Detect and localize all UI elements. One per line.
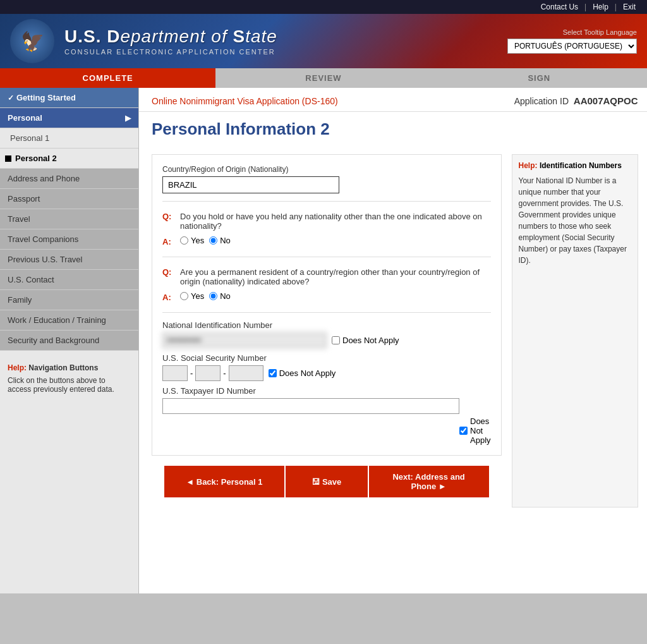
sidebar-item-label: Address and Phone: [8, 174, 80, 183]
sidebar-item-getting-started[interactable]: ✓ Getting Started: [0, 88, 138, 108]
header-title-block: U.S. Department of State Consular Electr…: [64, 27, 497, 56]
application-id: Application ID AA007AQPOC: [514, 95, 638, 106]
q1-yes-radio[interactable]: [180, 236, 188, 245]
sidebar-item-travel-companions[interactable]: Travel Companions: [0, 229, 138, 250]
ssn-row: - - Does Not Apply: [162, 365, 491, 381]
q2-yes-radio[interactable]: [180, 292, 188, 300]
q2-text: Are you a permanent resident of a countr…: [180, 267, 491, 286]
national-id-dna-text: Does Not Apply: [342, 336, 399, 345]
national-id-input[interactable]: [162, 332, 327, 348]
sidebar-item-family[interactable]: Family: [0, 290, 138, 310]
taxpayer-dna-label[interactable]: Does Not Apply: [459, 416, 491, 445]
sidebar-item-label: Personal 2: [15, 154, 57, 163]
tooltip-language-select[interactable]: PORTUGUÊS (PORTUGUESE) ENGLISH ESPAÑOL (…: [507, 39, 637, 54]
exit-link[interactable]: Exit: [617, 3, 642, 11]
sidebar-item-us-contact[interactable]: U.S. Contact: [0, 270, 138, 290]
sidebar-item-security-background[interactable]: Security and Background: [0, 331, 138, 351]
sidebar-item-travel[interactable]: Travel: [0, 209, 138, 229]
agency-name: U.S. Department of State: [64, 27, 497, 47]
country-select[interactable]: BRAZIL UNITED STATES OTHER: [162, 176, 339, 193]
taxpayer-dna-checkbox[interactable]: [459, 427, 468, 435]
q1-no-option[interactable]: No: [209, 236, 231, 245]
q1-row: Q: Do you hold or have you held any nati…: [162, 212, 491, 231]
help-section-title: Identification Numbers: [540, 161, 622, 170]
national-id-section: National Identification Number Does Not …: [162, 320, 491, 445]
a1-label: A:: [162, 237, 176, 246]
sidebar-item-label: Travel: [8, 214, 30, 224]
page-title: Personal Information 2: [139, 112, 647, 144]
contact-us-link[interactable]: Contact Us: [535, 3, 584, 11]
form-title: Online Nonimmigrant Visa Application (DS…: [152, 96, 338, 106]
q1-text: Do you hold or have you held any nationa…: [180, 212, 491, 231]
taxpayer-row: [162, 398, 491, 414]
q1-yes-label: Yes: [191, 236, 204, 245]
sidebar-item-label: Personal: [8, 113, 42, 123]
a2-row-wrapper: A: Yes No: [162, 291, 491, 302]
help-panel: Help: Identification Numbers Your Nation…: [512, 154, 638, 507]
checkmark-icon: ✓: [8, 94, 14, 102]
ssn-part1[interactable]: [162, 365, 188, 381]
ssn-part2[interactable]: [195, 365, 221, 381]
main-layout: ✓ Getting Started Personal ▶ Personal 1 …: [0, 88, 647, 593]
taxpayer-dna-text: Does Not Apply: [470, 416, 491, 445]
national-id-label: National Identification Number: [162, 320, 491, 330]
top-bar: Contact Us | Help | Exit: [0, 0, 647, 14]
bottom-navigation: ◄ Back: Personal 1 🖫 Save Next: Address …: [164, 466, 489, 497]
tooltip-language-block: Select Tooltip Language PORTUGUÊS (PORTU…: [507, 28, 637, 54]
sidebar-item-passport[interactable]: Passport: [0, 189, 138, 209]
sidebar-help-label: Navigation Buttons: [28, 363, 98, 372]
app-id-value: AA007AQPOC: [574, 95, 638, 106]
arrow-icon: ▶: [125, 114, 131, 123]
agency-subtitle: Consular Electronic Application Center: [64, 48, 497, 56]
national-id-dna-checkbox[interactable]: [332, 336, 340, 344]
form-section: Country/Region of Origin (Nationality) B…: [152, 154, 502, 456]
content-header: Online Nonimmigrant Visa Application (DS…: [139, 88, 647, 112]
q2-yes-option[interactable]: Yes: [180, 291, 204, 301]
national-id-row: Does Not Apply: [162, 332, 491, 348]
tab-sign[interactable]: SIGN: [432, 68, 647, 88]
qa-block-2: Q: Are you a permanent resident of a cou…: [162, 267, 491, 302]
sidebar-item-previous-us-travel[interactable]: Previous U.S. Travel: [0, 250, 138, 270]
q2-row: Q: Are you a permanent resident of a cou…: [162, 267, 491, 286]
sidebar-item-label: Passport: [8, 194, 40, 204]
next-button[interactable]: Next: Address and Phone ►: [369, 466, 489, 497]
save-button[interactable]: 🖫 Save: [286, 466, 368, 497]
sidebar-help-block: Help: Navigation Buttons Click on the bu…: [0, 356, 138, 401]
back-button[interactable]: ◄ Back: Personal 1: [164, 466, 284, 497]
sidebar-help-title: Help:: [8, 363, 27, 372]
ssn-sep2: -: [223, 368, 226, 378]
ssn-dna-text: Does Not Apply: [279, 368, 336, 378]
form-area: Country/Region of Origin (Nationality) B…: [139, 144, 647, 518]
sidebar-item-label: Travel Companions: [8, 234, 78, 244]
help-link[interactable]: Help: [586, 3, 615, 11]
sidebar-item-personal1[interactable]: Personal 1: [0, 128, 138, 149]
a2-label: A:: [162, 293, 176, 302]
content-area: Online Nonimmigrant Visa Application (DS…: [139, 88, 647, 593]
sidebar-item-label: Previous U.S. Travel: [8, 255, 83, 264]
tooltip-language-label: Select Tooltip Language: [563, 28, 637, 36]
q2-no-option[interactable]: No: [209, 291, 231, 301]
sidebar-item-personal[interactable]: Personal ▶: [0, 108, 138, 128]
sidebar-item-work-education[interactable]: Work / Education / Training: [0, 310, 138, 331]
q2-label: Q:: [162, 267, 176, 277]
tab-review[interactable]: REVIEW: [215, 68, 431, 88]
a2-options: Yes No: [180, 291, 231, 301]
q1-no-radio[interactable]: [209, 236, 217, 245]
q1-no-label: No: [220, 236, 231, 245]
ssn-dna-checkbox[interactable]: [269, 369, 277, 377]
national-id-dna-label[interactable]: Does Not Apply: [332, 336, 399, 345]
country-field: Country/Region of Origin (Nationality) B…: [162, 165, 491, 193]
help-panel-title: Help:: [519, 161, 538, 170]
taxpayer-label: U.S. Taxpayer ID Number: [162, 386, 491, 396]
tab-complete[interactable]: COMPLETE: [0, 68, 215, 88]
ssn-fields: - -: [162, 365, 263, 381]
sidebar-item-address-phone[interactable]: Address and Phone: [0, 169, 138, 189]
sidebar-item-personal2[interactable]: Personal 2: [0, 149, 138, 169]
q2-no-radio[interactable]: [209, 292, 217, 300]
sidebar-item-label: Work / Education / Training: [8, 315, 106, 325]
ssn-part3[interactable]: [229, 365, 263, 381]
taxpayer-input[interactable]: [162, 398, 459, 414]
app-id-label: Application ID: [514, 96, 569, 106]
ssn-dna-label[interactable]: Does Not Apply: [269, 368, 336, 378]
q1-yes-option[interactable]: Yes: [180, 236, 204, 245]
